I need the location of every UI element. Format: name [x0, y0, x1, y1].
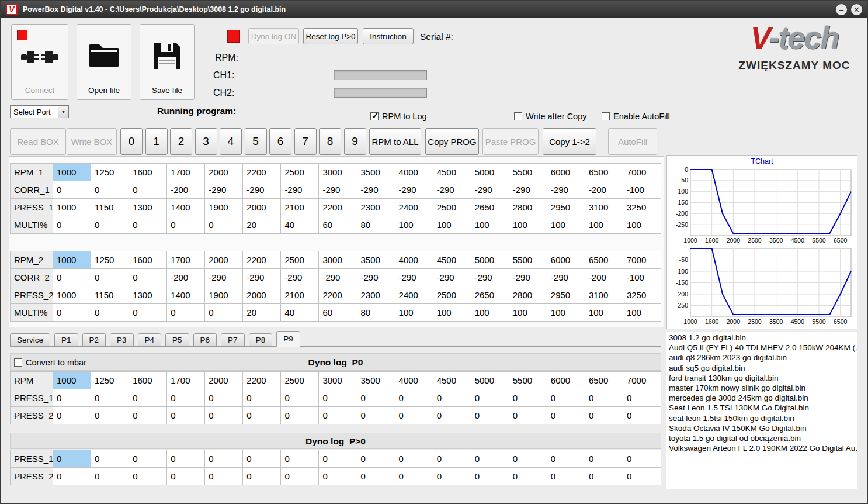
- table-cell[interactable]: 0: [433, 407, 471, 424]
- table-cell[interactable]: 1900: [205, 199, 243, 216]
- table-cell[interactable]: 0: [357, 450, 395, 468]
- table-cell[interactable]: 2950: [547, 286, 585, 304]
- table-cell[interactable]: 0: [129, 304, 167, 322]
- table-cell[interactable]: 1600: [129, 251, 167, 269]
- table-cell[interactable]: 0: [53, 216, 91, 234]
- table-cell[interactable]: 0: [471, 468, 509, 485]
- table-cell[interactable]: 2400: [395, 286, 433, 304]
- table-cell[interactable]: -290: [357, 269, 395, 286]
- copy-1-to-2-button[interactable]: Copy 1->2: [543, 128, 596, 155]
- table-cell[interactable]: 20: [243, 216, 281, 234]
- table-cell[interactable]: 2000: [205, 372, 243, 389]
- tab-p6[interactable]: P6: [193, 333, 217, 346]
- table-cell[interactable]: 0: [433, 389, 471, 407]
- table-cell[interactable]: 0: [585, 389, 623, 407]
- table-cell[interactable]: 6500: [585, 164, 623, 181]
- table-cell[interactable]: 1250: [91, 372, 129, 389]
- table-cell[interactable]: 2200: [319, 286, 357, 304]
- table-cell[interactable]: 0: [53, 389, 91, 407]
- file-list-item[interactable]: ford transit 130km go digital.bin: [666, 373, 857, 383]
- digit-button-8[interactable]: 8: [319, 128, 341, 155]
- table-cell[interactable]: 1000: [53, 164, 91, 181]
- file-list-item[interactable]: Audi Q5 II (FY FL) 40 TDI MHEV 2.0 150kW…: [666, 343, 857, 353]
- table-cell[interactable]: 0: [167, 389, 205, 407]
- table-cell[interactable]: 0: [319, 468, 357, 485]
- table-cell[interactable]: 100: [585, 304, 623, 322]
- table-cell[interactable]: 100: [547, 216, 585, 234]
- table-cell[interactable]: 0: [129, 450, 167, 468]
- table-cell[interactable]: -290: [547, 269, 585, 286]
- digit-button-1[interactable]: 1: [145, 128, 168, 155]
- table-cell[interactable]: 5000: [471, 372, 509, 389]
- table-cell[interactable]: -200: [167, 269, 205, 286]
- table-cell[interactable]: 5500: [509, 164, 547, 181]
- table-cell[interactable]: 100: [471, 216, 509, 234]
- tab-p9[interactable]: P9: [276, 331, 300, 347]
- table-cell[interactable]: -290: [471, 181, 509, 199]
- read-box-button[interactable]: Read BOX: [10, 128, 66, 155]
- table-cell[interactable]: 0: [547, 468, 585, 485]
- table-cell[interactable]: 2200: [243, 164, 281, 181]
- table-cell[interactable]: 0: [395, 407, 433, 424]
- table-cell[interactable]: 100: [547, 304, 585, 322]
- table-cell[interactable]: 0: [395, 389, 433, 407]
- table-cell[interactable]: 0: [357, 468, 395, 485]
- connect-button[interactable]: Connect: [11, 24, 68, 100]
- digit-button-0[interactable]: 0: [120, 128, 143, 155]
- digit-button-6[interactable]: 6: [269, 128, 291, 155]
- table-cell[interactable]: 100: [433, 304, 471, 322]
- table-cell[interactable]: 0: [129, 407, 167, 424]
- table-cell[interactable]: 0: [319, 450, 357, 468]
- tab-service[interactable]: Service: [10, 333, 50, 346]
- table-cell[interactable]: 0: [471, 389, 509, 407]
- table-cell[interactable]: 0: [357, 407, 395, 424]
- table-cell[interactable]: 0: [53, 468, 91, 485]
- table-cell[interactable]: 1300: [129, 286, 167, 304]
- table-cell[interactable]: 3250: [623, 199, 661, 216]
- table-cell[interactable]: 80: [357, 216, 395, 234]
- table-cell[interactable]: 3100: [585, 286, 623, 304]
- table-cell[interactable]: 1900: [205, 286, 243, 304]
- table-cell[interactable]: 1150: [91, 286, 129, 304]
- file-list-item[interactable]: master 170km nowy silnik go digital.bin: [666, 383, 857, 393]
- table-cell[interactable]: 0: [319, 407, 357, 424]
- table-cell[interactable]: -290: [509, 269, 547, 286]
- table-cell[interactable]: 0: [205, 468, 243, 485]
- file-list-item[interactable]: audi sq5 go digital.bin: [666, 363, 857, 373]
- table-cell[interactable]: -100: [623, 181, 661, 199]
- minimize-button[interactable]: –: [836, 4, 847, 15]
- table-cell[interactable]: 0: [91, 304, 129, 322]
- table-cell[interactable]: 0: [281, 407, 319, 424]
- table-cell[interactable]: 7000: [623, 372, 661, 389]
- tab-p8[interactable]: P8: [249, 333, 273, 346]
- table-cell[interactable]: 0: [243, 468, 281, 485]
- table-cell[interactable]: 6500: [585, 251, 623, 269]
- table-cell[interactable]: 0: [623, 407, 661, 424]
- table-cell[interactable]: 2300: [357, 199, 395, 216]
- table-cell[interactable]: 0: [243, 407, 281, 424]
- table-cell[interactable]: 2000: [205, 164, 243, 181]
- file-list-item[interactable]: 3008 1.2 go digital.bin: [666, 333, 857, 343]
- table-cell[interactable]: 20: [243, 304, 281, 322]
- table-cell[interactable]: 0: [585, 407, 623, 424]
- table-cell[interactable]: 0: [623, 450, 661, 468]
- table-cell[interactable]: 0: [91, 468, 129, 485]
- digit-button-7[interactable]: 7: [294, 128, 317, 155]
- table-cell[interactable]: 3250: [623, 286, 661, 304]
- table-cell[interactable]: 0: [129, 389, 167, 407]
- table-cell[interactable]: -290: [243, 269, 281, 286]
- title-bar[interactable]: V PowerBox Digital v1.40 - C:\Users\Prod…: [1, 1, 867, 18]
- table-cell[interactable]: 0: [281, 389, 319, 407]
- table-cell[interactable]: 0: [129, 468, 167, 485]
- table-cell[interactable]: 0: [91, 216, 129, 234]
- table-cell[interactable]: 0: [547, 389, 585, 407]
- table-cell[interactable]: 100: [623, 304, 661, 322]
- table-cell[interactable]: 0: [205, 407, 243, 424]
- tab-p5[interactable]: P5: [165, 333, 189, 346]
- table-cell[interactable]: 0: [395, 468, 433, 485]
- table-cell[interactable]: 0: [471, 407, 509, 424]
- digit-button-2[interactable]: 2: [170, 128, 192, 155]
- digit-button-3[interactable]: 3: [195, 128, 217, 155]
- table-cell[interactable]: 100: [395, 304, 433, 322]
- table-cell[interactable]: 2800: [509, 286, 547, 304]
